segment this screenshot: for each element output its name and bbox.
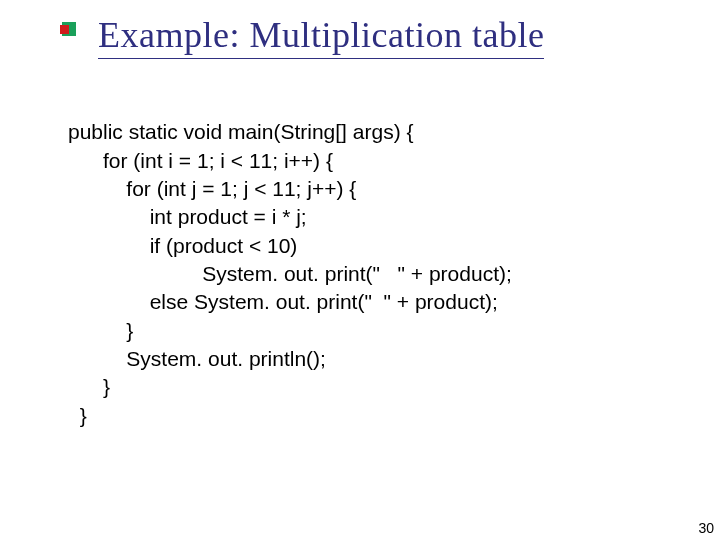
- code-line: public static void main(String[] args) {: [68, 120, 413, 143]
- code-line: System. out. print(" " + product);: [68, 262, 512, 285]
- code-line: }: [68, 319, 133, 342]
- slide-title: Example: Multiplication table: [98, 14, 544, 59]
- code-line: for (int i = 1; i < 11; i++) {: [68, 149, 333, 172]
- code-line: }: [68, 404, 87, 427]
- code-line: else System. out. print(" " + product);: [68, 290, 498, 313]
- page-number: 30: [698, 520, 714, 536]
- svg-rect-1: [60, 25, 69, 34]
- slide-title-row: Example: Multiplication table: [60, 14, 680, 59]
- title-bullet-icon: [60, 20, 78, 38]
- code-line: int product = i * j;: [68, 205, 307, 228]
- code-line: System. out. println();: [68, 347, 326, 370]
- code-line: }: [68, 375, 110, 398]
- code-line: for (int j = 1; j < 11; j++) {: [68, 177, 356, 200]
- code-block: public static void main(String[] args) {…: [68, 90, 512, 430]
- code-line: if (product < 10): [68, 234, 297, 257]
